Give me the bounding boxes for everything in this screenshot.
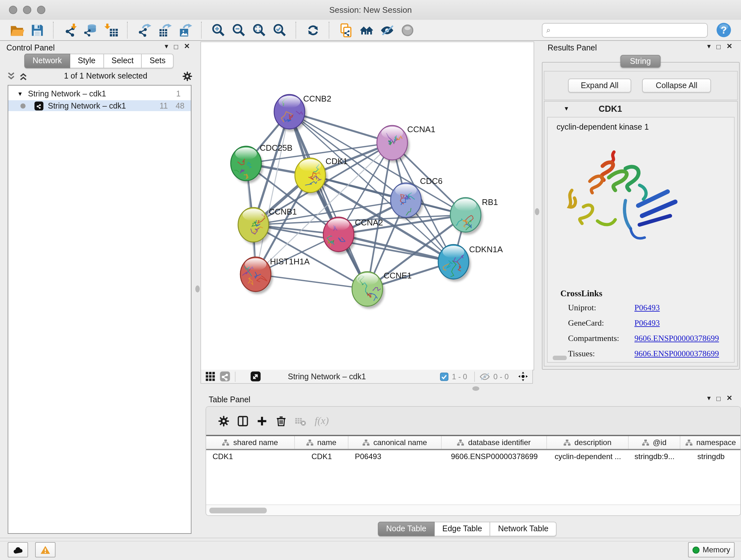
table-cell[interactable]: stringdb (680, 452, 741, 461)
add-row-icon[interactable] (253, 413, 270, 429)
control-panel-float-icon[interactable]: □ (174, 43, 178, 50)
import-network-from-database-button[interactable] (80, 20, 101, 40)
table-panel-float-icon[interactable]: □ (717, 394, 721, 402)
node-RB1[interactable] (450, 198, 483, 235)
node-CDKN1A[interactable] (438, 245, 471, 282)
node-CCNA1[interactable] (377, 125, 409, 163)
duplicate-network-button[interactable] (336, 20, 356, 40)
control-panel-collapse-icon[interactable]: ▾ (165, 42, 168, 51)
column-header-shared-name[interactable]: shared name (206, 436, 295, 449)
export-image-button[interactable] (175, 20, 195, 40)
selected-node-edge-counts: 1 - 0 (452, 372, 467, 381)
table-hscrollbar-thumb[interactable] (209, 508, 267, 513)
first-neighbors-button[interactable] (356, 20, 377, 40)
collapse-all-button[interactable]: Collapse All (642, 78, 711, 92)
import-table-from-file-button[interactable] (101, 20, 121, 40)
zoom-fit-button[interactable] (249, 20, 269, 40)
table-cell[interactable]: CDK1 (206, 452, 295, 461)
maximize-window-button[interactable] (37, 6, 45, 14)
column-header-at-id[interactable]: @id (629, 436, 680, 449)
tab-style[interactable]: Style (70, 54, 104, 68)
tab-select[interactable]: Select (104, 54, 142, 68)
tab-network-table[interactable]: Network Table (490, 522, 557, 537)
column-header-description[interactable]: description (547, 436, 629, 449)
results-panel-float-icon[interactable]: □ (717, 43, 721, 50)
node-CCNB2[interactable] (274, 95, 307, 132)
bottom-splitter-handle[interactable] (472, 386, 479, 391)
show-columns-icon[interactable] (234, 413, 251, 429)
table-cell[interactable]: cyclin-dependent ... (547, 452, 629, 461)
table-cell[interactable]: stringdb:9... (629, 452, 680, 461)
column-type-icon (362, 439, 369, 446)
results-tab-string[interactable]: String (620, 55, 660, 68)
results-panel-close-icon[interactable]: ✕ (726, 42, 732, 51)
network-badge-icon[interactable] (219, 371, 230, 382)
column-header-database-identifier[interactable]: database identifier (442, 436, 547, 449)
control-panel-close-icon[interactable]: ✕ (184, 42, 190, 51)
results-scrollbar-thumb[interactable] (553, 356, 567, 360)
column-header-canonical-name[interactable]: canonical name (348, 436, 442, 449)
apply-layout-button[interactable] (302, 20, 323, 40)
node-CCNE1[interactable] (352, 271, 385, 309)
expand-all-networks-icon[interactable] (6, 72, 16, 80)
search-input[interactable] (553, 25, 703, 35)
left-splitter-handle[interactable] (195, 286, 200, 293)
close-window-button[interactable] (9, 6, 17, 14)
table-row[interactable]: CDK1CDK1P064939606.ENSP00000378699cyclin… (206, 450, 740, 463)
table-cell[interactable]: P06493 (348, 452, 442, 461)
search-box[interactable]: ⌕ (542, 23, 708, 37)
table-options-gear-icon[interactable] (215, 413, 232, 429)
node-label-CCNA1: CCNA1 (407, 125, 435, 134)
zoom-selected-button[interactable] (269, 20, 290, 40)
tab-edge-table[interactable]: Edge Table (434, 522, 490, 537)
network-row-selected[interactable]: String Network – cdk1 11 48 (8, 100, 191, 111)
gene-expander-icon[interactable]: ▼ (563, 105, 569, 112)
hidden-eye-icon[interactable] (479, 372, 490, 381)
column-header-name[interactable]: name (295, 436, 348, 449)
crosslink-link[interactable]: P06493 (634, 318, 660, 328)
results-panel-collapse-icon[interactable]: ▾ (707, 42, 711, 51)
open-in-new-window-icon[interactable] (250, 371, 261, 382)
table-panel-close-icon[interactable]: ✕ (726, 394, 732, 402)
zoom-in-button[interactable] (208, 20, 228, 40)
help-button[interactable]: ? (716, 22, 732, 38)
node-CDK1[interactable] (295, 158, 327, 195)
table-panel-collapse-icon[interactable]: ▾ (707, 394, 711, 402)
crosslink-link[interactable]: 9606.ENSP00000378699 (634, 349, 719, 359)
tab-sets[interactable]: Sets (142, 54, 174, 68)
expand-all-button[interactable]: Expand All (568, 78, 631, 92)
warnings-status-button[interactable] (35, 542, 56, 557)
minimize-window-button[interactable] (23, 6, 31, 14)
birdseye-view-icon[interactable] (518, 371, 529, 382)
selected-checkbox-icon[interactable] (440, 372, 449, 381)
tab-network[interactable]: Network (24, 54, 70, 68)
node-CDC25B[interactable] (226, 146, 263, 183)
network-options-gear-icon[interactable] (182, 71, 193, 81)
import-network-from-file-button[interactable] (60, 20, 80, 40)
cloud-status-button[interactable] (8, 542, 28, 557)
node-label-RB1: RB1 (482, 197, 498, 207)
crosslink-link[interactable]: 9606.ENSP00000378699 (634, 333, 719, 344)
memory-status-button[interactable]: Memory (688, 542, 735, 557)
table-cell[interactable]: 9606.ENSP00000378699 (442, 452, 547, 461)
delete-row-icon[interactable] (273, 413, 289, 429)
right-splitter-handle[interactable] (535, 208, 539, 215)
crosslink-link[interactable]: P06493 (634, 303, 660, 313)
network-collection-row[interactable]: ▼ String Network – cdk1 1 (8, 89, 191, 99)
grid-view-icon[interactable] (205, 371, 216, 382)
export-table-button[interactable] (154, 20, 175, 40)
network-canvas[interactable]: CCNB2 CCNA1 CDC25B CDK1 CDC6 RB1 (200, 42, 534, 370)
save-session-button[interactable] (27, 20, 47, 40)
collection-expander-icon[interactable]: ▼ (17, 91, 23, 97)
column-type-icon (642, 439, 649, 446)
open-session-button[interactable] (6, 20, 27, 40)
zoom-out-button[interactable] (228, 20, 249, 40)
tab-node-table[interactable]: Node Table (378, 522, 434, 537)
memory-label: Memory (703, 545, 731, 554)
table-cell[interactable]: CDK1 (295, 452, 348, 461)
node-CCNA2[interactable] (323, 217, 356, 254)
hide-selected-button[interactable] (377, 20, 397, 40)
collapse-all-networks-icon[interactable] (18, 72, 28, 80)
column-header-namespace[interactable]: namespace (680, 436, 741, 449)
export-network-button[interactable] (134, 20, 154, 40)
